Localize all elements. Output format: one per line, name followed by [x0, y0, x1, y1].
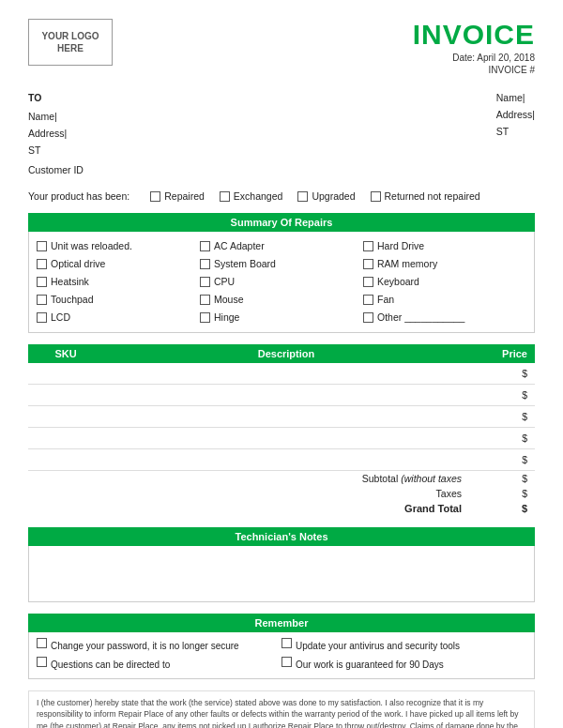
- desc-cell: [103, 384, 469, 405]
- cpu-label: CPU: [214, 273, 235, 291]
- description-column-header: Description: [103, 344, 469, 363]
- tech-notes-content[interactable]: [28, 546, 535, 602]
- status-returned[interactable]: Returned not repaired: [371, 190, 480, 202]
- legal-text: I (the customer) hereby state that the w…: [28, 690, 535, 728]
- repairs-table: Unit was reloaded. Optical drive Heatsin…: [28, 232, 535, 332]
- price-cell: $: [469, 384, 535, 405]
- heatsink-checkbox[interactable]: [37, 277, 47, 287]
- desc-cell: [103, 405, 469, 427]
- recipient-name-left: Name|: [28, 109, 84, 126]
- subtotal-row: Subtotal (without taxes $: [28, 470, 535, 486]
- antivirus-checkbox[interactable]: [282, 638, 292, 648]
- touchpad-checkbox[interactable]: [37, 295, 47, 305]
- invoice-table: SKU Description Price $ $ $ $ $: [28, 344, 535, 516]
- status-upgraded[interactable]: Upgraded: [297, 190, 355, 202]
- recipient-address-right: Address|: [496, 107, 535, 124]
- hinge-label: Hinge: [214, 309, 239, 326]
- repair-item[interactable]: Heatsink: [37, 273, 200, 291]
- fan-checkbox[interactable]: [363, 295, 373, 305]
- sku-cell: [28, 405, 103, 427]
- price-cell: $: [469, 363, 535, 385]
- sku-column-header: SKU: [28, 344, 103, 363]
- sku-cell: [28, 427, 103, 448]
- remember-item-password: Change your password, it is no longer se…: [37, 638, 282, 654]
- cpu-checkbox[interactable]: [200, 277, 210, 287]
- other-checkbox[interactable]: [363, 312, 373, 323]
- invoice-title-block: INVOICE Date: April 20, 2018 INVOICE #: [413, 19, 535, 75]
- questions-label: Questions can be directed to: [51, 657, 170, 673]
- repair-col-3: Hard Drive RAM memory Keyboard Fan Other…: [363, 237, 526, 326]
- repair-item[interactable]: System Board: [200, 255, 363, 273]
- summary-header: Summary Of Repairs: [28, 213, 535, 232]
- table-row: $: [28, 448, 535, 470]
- status-repaired[interactable]: Repaired: [150, 190, 205, 202]
- repair-item[interactable]: Hard Drive: [363, 237, 526, 255]
- antivirus-label: Update your antivirus and security tools: [296, 638, 460, 654]
- invoice-date: Date: April 20, 2018: [413, 53, 535, 63]
- questions-checkbox[interactable]: [37, 657, 47, 667]
- product-status-label: Your product has been:: [28, 190, 129, 202]
- repair-item[interactable]: Mouse: [200, 291, 363, 309]
- ac-label: AC Adapter: [214, 237, 265, 255]
- repair-item[interactable]: Fan: [363, 291, 526, 309]
- repair-item[interactable]: LCD: [37, 309, 200, 326]
- repaired-checkbox[interactable]: [150, 191, 160, 202]
- upgraded-checkbox[interactable]: [297, 191, 308, 202]
- harddrive-checkbox[interactable]: [363, 241, 373, 251]
- ac-checkbox[interactable]: [200, 241, 210, 251]
- systemboard-checkbox[interactable]: [200, 259, 210, 269]
- recipient-state-right: ST: [496, 124, 535, 141]
- hinge-checkbox[interactable]: [200, 312, 210, 323]
- remember-item-guarantee: Our work is guaranteed for 90 Days: [282, 657, 526, 673]
- to-label: TO: [28, 90, 84, 107]
- taxes-label: Taxes: [28, 486, 469, 501]
- sku-cell: [28, 363, 103, 385]
- table-row: $: [28, 363, 535, 385]
- address-section: TO Name| Address| ST Customer ID Name| A…: [28, 90, 535, 179]
- recipient-address-left: Address|: [28, 126, 84, 143]
- guarantee-checkbox[interactable]: [282, 657, 292, 667]
- optical-label: Optical drive: [51, 255, 105, 273]
- password-checkbox[interactable]: [37, 638, 47, 648]
- returned-checkbox[interactable]: [371, 191, 381, 202]
- remember-grid: Change your password, it is no longer se…: [29, 632, 534, 678]
- sku-cell: [28, 384, 103, 405]
- optical-checkbox[interactable]: [37, 259, 47, 269]
- repair-item[interactable]: AC Adapter: [200, 237, 363, 255]
- repair-item[interactable]: Other ___________: [363, 309, 526, 326]
- price-cell: $: [469, 427, 535, 448]
- reloaded-checkbox[interactable]: [37, 241, 47, 251]
- subtotal-value: $: [469, 470, 535, 486]
- grand-total-row: Grand Total $: [28, 501, 535, 516]
- repairs-grid: Unit was reloaded. Optical drive Heatsin…: [29, 232, 534, 331]
- lcd-checkbox[interactable]: [37, 312, 47, 323]
- repair-item[interactable]: CPU: [200, 273, 363, 291]
- touchpad-label: Touchpad: [51, 291, 94, 309]
- repair-item[interactable]: RAM memory: [363, 255, 526, 273]
- ram-checkbox[interactable]: [363, 259, 373, 269]
- returned-label: Returned not repaired: [385, 190, 480, 202]
- price-cell: $: [469, 405, 535, 427]
- repair-item[interactable]: Keyboard: [363, 273, 526, 291]
- invoice-title: INVOICE: [413, 19, 535, 51]
- repair-item[interactable]: Hinge: [200, 309, 363, 326]
- exchanged-label: Exchanged: [234, 190, 283, 202]
- systemboard-label: System Board: [214, 255, 276, 273]
- desc-cell: [103, 448, 469, 470]
- grand-total-value: $: [469, 501, 535, 516]
- recipient-state-left: ST: [28, 143, 84, 159]
- exchanged-checkbox[interactable]: [220, 191, 230, 202]
- status-exchanged[interactable]: Exchanged: [220, 190, 283, 202]
- keyboard-checkbox[interactable]: [363, 277, 373, 287]
- product-status-row: Your product has been: Repaired Exchange…: [28, 190, 535, 202]
- keyboard-label: Keyboard: [377, 273, 419, 291]
- grand-total-label: Grand Total: [28, 501, 469, 516]
- mouse-checkbox[interactable]: [200, 295, 210, 305]
- remember-header: Remember: [28, 614, 535, 632]
- repair-item[interactable]: Optical drive: [37, 255, 200, 273]
- table-row: $: [28, 427, 535, 448]
- reloaded-label: Unit was reloaded.: [51, 237, 132, 255]
- repair-item[interactable]: Unit was reloaded.: [37, 237, 200, 255]
- repair-item[interactable]: Touchpad: [37, 291, 200, 309]
- heatsink-label: Heatsink: [51, 273, 89, 291]
